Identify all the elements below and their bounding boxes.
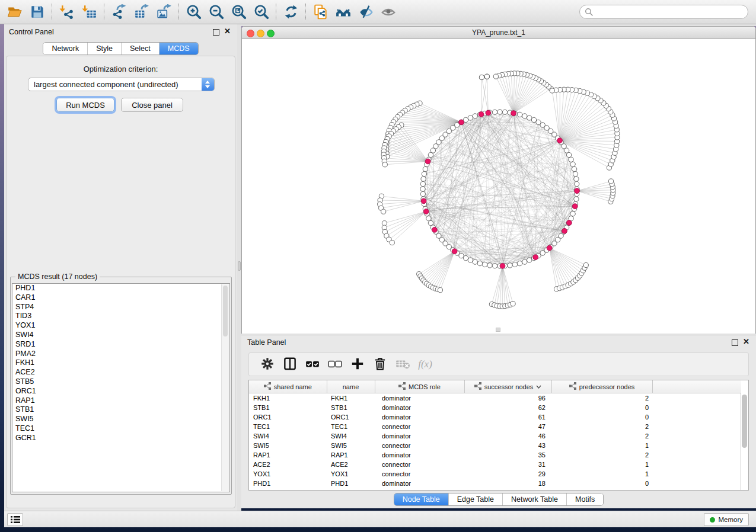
table-row[interactable]: ORC1ORC1dominator610	[249, 412, 741, 422]
mcds-result-item[interactable]: ACE2	[12, 368, 229, 377]
function-builder-icon: f(x)	[418, 358, 432, 370]
add-row-button[interactable]	[346, 354, 369, 374]
table-row[interactable]: YOX1YOX1connector291	[249, 469, 741, 479]
new-network-from-selection-button[interactable]	[310, 2, 332, 22]
table-row[interactable]: SWI4SWI4dominator462	[249, 431, 741, 441]
mcds-result-item[interactable]: PMA2	[12, 350, 229, 359]
table-tab-edge-table[interactable]: Edge Table	[448, 493, 502, 505]
import-network-icon	[59, 4, 75, 20]
run-mcds-button[interactable]: Run MCDS	[56, 98, 114, 112]
table-float-window-icon[interactable]	[732, 339, 738, 346]
zoom-in-icon	[186, 4, 202, 20]
new-network-from-selection-icon	[313, 4, 328, 20]
export-table-button[interactable]	[130, 2, 153, 22]
export-table-icon	[134, 4, 149, 20]
task-history-button[interactable]	[7, 513, 23, 526]
export-image-icon	[157, 4, 172, 20]
canvas-scroll-nub[interactable]	[496, 328, 500, 332]
table-tab-network-table[interactable]: Network Table	[502, 493, 566, 505]
open-file-button[interactable]	[4, 2, 26, 22]
mcds-result-item[interactable]: ORC1	[12, 387, 229, 396]
zoom-out-button[interactable]	[205, 2, 228, 22]
mcds-result-item[interactable]: FKH1	[12, 358, 229, 368]
hide-selected-button[interactable]	[355, 2, 377, 22]
export-image-button[interactable]	[153, 2, 176, 22]
tab-select[interactable]: Select	[121, 43, 159, 55]
mcds-result-list[interactable]: PHD1CAR1STP4TID3YOX1SWI4SRD1PMA2FKH1ACE2…	[12, 283, 230, 492]
mcds-result-item[interactable]: RAP1	[12, 396, 229, 406]
tab-mcds[interactable]: MCDS	[159, 43, 198, 55]
table-settings-button[interactable]	[256, 354, 279, 374]
criterion-select[interactable]: largest connected component (undirected)	[28, 78, 215, 91]
first-neighbors-button[interactable]	[332, 2, 355, 22]
search-icon	[585, 8, 593, 16]
zoom-in-button[interactable]	[183, 2, 205, 22]
control-panel-title: Control Panel	[9, 28, 54, 36]
column-header-predecessor-nodes[interactable]: predecessor nodes	[551, 380, 652, 393]
table-row[interactable]: TEC1TEC1connector472	[249, 422, 741, 431]
column-header-MCDS-role[interactable]: MCDS role	[375, 380, 464, 393]
mcds-result-item[interactable]: STB5	[12, 377, 229, 387]
mcds-result-item[interactable]: CAR1	[12, 293, 229, 303]
tab-network[interactable]: Network	[43, 43, 87, 55]
save-session-button[interactable]	[26, 2, 49, 22]
mcds-result-item[interactable]: SRD1	[12, 340, 229, 350]
column-header-filler	[652, 380, 741, 393]
memory-button[interactable]: Memory	[704, 513, 749, 526]
splitter-grip[interactable]	[238, 261, 241, 271]
mcds-result-item[interactable]: STB1	[12, 405, 229, 415]
mcds-result-item[interactable]: TID3	[12, 312, 229, 321]
network-canvas-svg[interactable]	[242, 39, 755, 334]
table-row[interactable]: FKH1FKH1dominator962	[249, 393, 741, 403]
column-header-successor-nodes[interactable]: successor nodes	[464, 380, 551, 393]
close-panel-button[interactable]: Close panel	[121, 98, 183, 112]
import-table-button[interactable]	[78, 2, 101, 22]
tab-style[interactable]: Style	[87, 43, 121, 55]
control-panel-header: Control Panel ✕	[4, 24, 237, 40]
table-row[interactable]: SWI5SWI5connector431	[249, 441, 741, 450]
table-panel-title: Table Panel	[247, 338, 286, 347]
zoom-fit-button[interactable]	[228, 2, 250, 22]
mcds-result-item[interactable]: GCR1	[12, 434, 229, 443]
table-row[interactable]: PHD1PHD1dominator180	[249, 479, 741, 488]
mcds-result-item[interactable]: STP4	[12, 303, 229, 312]
shared-column-icon	[264, 382, 271, 391]
show-columns-icon	[282, 356, 298, 373]
table-row[interactable]: RAP1RAP1dominator352	[249, 450, 741, 460]
save-session-icon	[30, 4, 45, 20]
table-scrollbar[interactable]	[740, 393, 748, 490]
show-all-disabled-button[interactable]	[377, 2, 400, 22]
zoom-selected-button[interactable]	[250, 2, 273, 22]
close-panel-icon[interactable]: ✕	[224, 28, 231, 34]
table-close-panel-icon[interactable]: ✕	[743, 339, 749, 345]
select-all-button[interactable]	[301, 354, 324, 374]
mcds-result-item[interactable]: PHD1	[12, 284, 229, 293]
refresh-view-button[interactable]	[280, 2, 302, 22]
column-header-name[interactable]: name	[327, 380, 375, 393]
import-network-button[interactable]	[56, 2, 78, 22]
mcds-result-item[interactable]: SWI4	[12, 331, 229, 340]
table-settings-icon	[260, 356, 275, 373]
show-columns-button[interactable]	[279, 354, 301, 374]
deselect-all-button[interactable]	[324, 354, 346, 374]
shared-column-icon	[569, 382, 576, 391]
export-network-button[interactable]	[108, 2, 130, 22]
network-canvas[interactable]	[242, 39, 755, 334]
shared-column-icon	[474, 382, 481, 391]
control-panel-tabs: NetworkStyleSelectMCDS	[4, 42, 237, 55]
mcds-result-item[interactable]: SWI5	[12, 415, 229, 424]
float-window-icon[interactable]	[213, 29, 219, 36]
import-table-icon	[82, 4, 97, 20]
function-builder-disabled-button: f(x)	[414, 354, 436, 374]
table-row[interactable]: ACE2ACE2connector311	[249, 460, 741, 469]
mcds-result-item[interactable]: TEC1	[12, 424, 229, 434]
table-tab-motifs[interactable]: Motifs	[566, 493, 603, 505]
table-tab-node-table[interactable]: Node Table	[394, 493, 448, 505]
delete-selected-button[interactable]	[369, 354, 391, 374]
column-header-shared-name[interactable]: shared name	[249, 380, 327, 393]
vertical-splitter[interactable]	[237, 24, 241, 511]
search-input[interactable]	[596, 7, 743, 17]
list-scrollbar[interactable]	[221, 284, 229, 491]
mcds-result-item[interactable]: YOX1	[12, 321, 229, 331]
table-row[interactable]: STB1STB1dominator620	[249, 403, 741, 412]
